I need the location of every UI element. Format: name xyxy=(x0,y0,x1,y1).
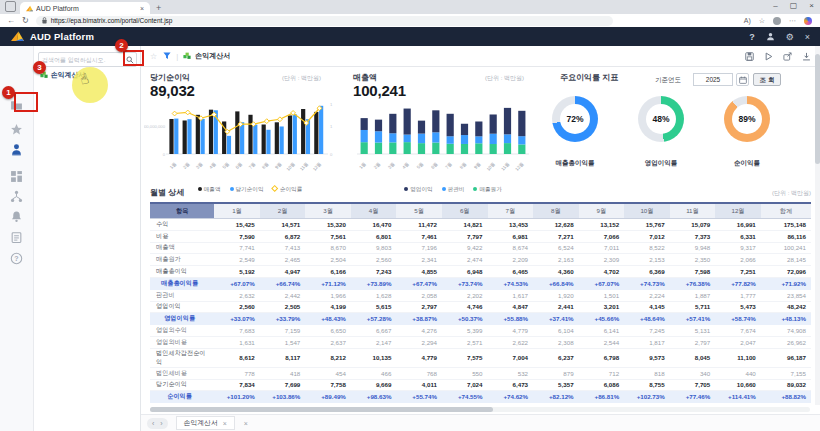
table-cell: 6,948 xyxy=(442,266,488,278)
calendar-button[interactable] xyxy=(736,73,749,86)
navbar-close-icon[interactable]: × xyxy=(805,32,810,42)
save-icon[interactable] xyxy=(745,52,754,61)
run-play-icon[interactable] xyxy=(764,52,773,61)
svg-text:12월: 12월 xyxy=(312,161,322,172)
read-aloud-icon[interactable]: A) xyxy=(744,17,751,24)
favicon xyxy=(26,5,33,12)
tab-close-icon[interactable]: × xyxy=(140,5,144,12)
main-content: ☆ | 손익계산서 당기순이익 (단위 : 백만원) 89,032 1월2월3월… xyxy=(141,46,820,431)
table-cell: 72,096 xyxy=(761,266,811,278)
document-tab-strip: ‹ › 손익계산서 × × xyxy=(141,414,820,431)
table-cell: 2,209 xyxy=(488,254,534,266)
table-cell: 4,145 xyxy=(624,301,670,313)
table-cell: +55.74% xyxy=(396,391,442,403)
copilot-icon[interactable] xyxy=(804,17,812,25)
table-cell: 4,199 xyxy=(305,301,351,313)
table-row-label: 매출총이익 xyxy=(150,266,214,278)
filter-icon[interactable] xyxy=(163,52,171,60)
table-cell: +76.38% xyxy=(670,277,716,289)
table-cell: 4,847 xyxy=(488,301,534,313)
table-cell: 6,086 xyxy=(579,379,625,391)
query-button[interactable]: 조 회 xyxy=(753,73,781,86)
settings-gear-icon[interactable]: ⚙ xyxy=(786,32,794,42)
sales-unit: (단위 : 백만원) xyxy=(485,74,524,83)
bar xyxy=(266,130,270,154)
table-row-label: 당기순이익 xyxy=(150,379,214,391)
browser-tab[interactable]: AUD Platform × xyxy=(20,2,150,14)
user-stamp-icon[interactable] xyxy=(10,143,23,156)
table-cell: +77.82% xyxy=(715,277,761,289)
table-cell: 13,453 xyxy=(488,219,534,231)
browser-profile-avatar[interactable] xyxy=(773,17,781,25)
table-cell: 5,615 xyxy=(351,301,397,313)
operating-margin-label: 영업이익률 xyxy=(638,159,684,168)
table-cell: 6,801 xyxy=(351,230,397,242)
toolbar-separator: | xyxy=(176,52,178,61)
share-icon[interactable] xyxy=(783,52,792,61)
favorite-star-icon[interactable]: ☆ xyxy=(150,52,157,61)
address-bar[interactable]: https://epa.bimatrix.com/portal/Content.… xyxy=(36,16,613,26)
search-input[interactable] xyxy=(39,57,123,63)
window-close-button[interactable]: × xyxy=(809,1,814,10)
clipboard-icon[interactable] xyxy=(10,231,23,244)
download-icon[interactable] xyxy=(802,52,811,61)
table-cell: 5,399 xyxy=(442,325,488,337)
new-tab-button[interactable]: + xyxy=(156,3,161,13)
base-year-input[interactable] xyxy=(693,73,733,86)
help-icon[interactable]: ? xyxy=(749,32,755,42)
stack-segment xyxy=(490,114,497,133)
table-cell: 818 xyxy=(624,367,670,379)
document-tab-close-icon[interactable]: × xyxy=(223,420,227,427)
table-header: 10월 xyxy=(624,203,670,219)
table-row: 매출총이익률+67.07%+66.74%+71.12%+73.89%+67.47… xyxy=(150,277,811,289)
table-cell: 2,058 xyxy=(396,289,442,301)
close-all-tabs-icon[interactable]: × xyxy=(244,420,248,427)
tab-prev-icon[interactable]: ‹ xyxy=(152,420,154,427)
bookmark-star-icon[interactable]: ☆ xyxy=(759,17,765,25)
reload-icon[interactable]: ↻ xyxy=(22,16,29,25)
table-header: 9월 xyxy=(579,203,625,219)
document-tab-income-statement[interactable]: 손익계산서 × xyxy=(176,416,235,430)
table-cell: 7,004 xyxy=(488,348,534,367)
table-cell: +74.55% xyxy=(442,391,488,403)
table-cell: +66.84% xyxy=(533,277,579,289)
table-cell: 7,066 xyxy=(579,230,625,242)
window-minimize-button[interactable]: – xyxy=(773,1,777,10)
table-cell: 2,224 xyxy=(624,289,670,301)
horizontal-scrollbar[interactable] xyxy=(150,407,810,412)
horizontal-scrollbar-thumb[interactable] xyxy=(150,407,493,412)
table-cell: 4,947 xyxy=(260,266,306,278)
table-cell: 9,948 xyxy=(670,242,716,254)
star-icon[interactable] xyxy=(10,123,23,136)
table-cell: 14,571 xyxy=(260,219,306,231)
table-cell: 2,341 xyxy=(396,254,442,266)
bar xyxy=(183,120,187,154)
table-cell: 2,797 xyxy=(670,336,716,348)
vertical-scrollbar-thumb[interactable] xyxy=(815,54,820,164)
stack-segment xyxy=(504,108,511,134)
table-row-label: 영업외비용 xyxy=(150,336,214,348)
svg-text:1월: 1월 xyxy=(169,161,178,170)
svg-text:2월: 2월 xyxy=(182,161,191,170)
table-cell: +57.41% xyxy=(670,313,716,325)
table-cell: 10,660 xyxy=(715,379,761,391)
help-circle-icon[interactable]: ? xyxy=(10,252,23,265)
vertical-scrollbar[interactable] xyxy=(815,46,820,405)
svg-text:4월: 4월 xyxy=(401,161,410,170)
table-cell: 7,598 xyxy=(670,266,716,278)
back-icon[interactable]: ← xyxy=(7,16,15,25)
table-cell: 23,854 xyxy=(761,289,811,301)
browser-more-icon[interactable]: ⋯ xyxy=(789,17,796,25)
tab-search-icon[interactable] xyxy=(5,1,16,12)
stack-segment xyxy=(389,133,396,142)
tab-next-icon[interactable]: › xyxy=(160,420,162,427)
user-icon[interactable] xyxy=(766,32,775,41)
bell-icon[interactable] xyxy=(10,210,23,223)
dashboard-grid-icon[interactable] xyxy=(10,170,23,183)
table-header: 11월 xyxy=(670,203,716,219)
table-cell: +37.41% xyxy=(533,313,579,325)
table-header: 3월 xyxy=(305,203,351,219)
svg-text:1월: 1월 xyxy=(358,161,367,170)
org-tree-icon[interactable] xyxy=(10,190,23,203)
window-maximize-button[interactable]: ▢ xyxy=(790,1,798,10)
